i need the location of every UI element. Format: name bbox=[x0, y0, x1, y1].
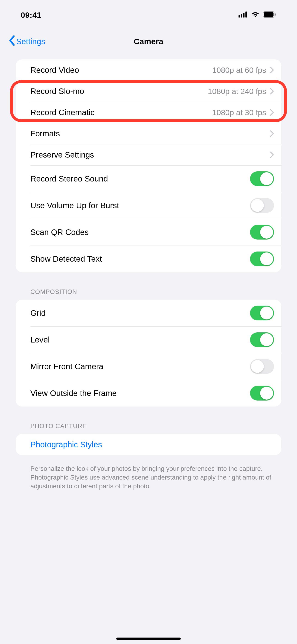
row-label: Preserve Settings bbox=[30, 150, 270, 160]
wifi-icon bbox=[251, 11, 260, 19]
battery-icon bbox=[263, 11, 276, 19]
row-label: Photographic Styles bbox=[30, 440, 274, 449]
chevron-right-icon bbox=[270, 151, 274, 158]
row-label: Grid bbox=[30, 308, 250, 318]
row-detail: 1080p at 240 fps bbox=[208, 87, 266, 96]
chevron-right-icon bbox=[270, 130, 274, 137]
settings-group-photo-capture: Photographic Styles bbox=[16, 434, 281, 455]
row-record-stereo-sound: Record Stereo Sound bbox=[16, 166, 281, 192]
nav-bar: Settings Camera bbox=[0, 30, 297, 53]
row-record-video[interactable]: Record Video 1080p at 60 fps bbox=[16, 60, 281, 80]
row-label: Record Stereo Sound bbox=[30, 174, 250, 183]
row-detail: 1080p at 60 fps bbox=[212, 66, 266, 75]
group-header-composition: COMPOSITION bbox=[16, 288, 281, 300]
row-label: Use Volume Up for Burst bbox=[30, 201, 250, 210]
row-grid: Grid bbox=[16, 300, 281, 326]
row-label: Record Slo-mo bbox=[30, 86, 208, 96]
row-mirror-front-camera: Mirror Front Camera bbox=[16, 353, 281, 380]
row-scan-qr-codes: Scan QR Codes bbox=[16, 219, 281, 246]
chevron-left-icon bbox=[9, 36, 15, 48]
row-level: Level bbox=[16, 326, 281, 353]
svg-rect-1 bbox=[241, 14, 242, 18]
row-label: Record Cinematic bbox=[30, 108, 212, 117]
toggle-level[interactable] bbox=[250, 332, 274, 347]
row-show-detected-text: Show Detected Text bbox=[16, 246, 281, 272]
chevron-right-icon bbox=[270, 88, 274, 95]
chevron-right-icon bbox=[270, 109, 274, 116]
group-header-photo-capture: PHOTO CAPTURE bbox=[16, 423, 281, 434]
toggle-record-stereo-sound[interactable] bbox=[250, 171, 274, 186]
chevron-right-icon bbox=[270, 66, 274, 74]
toggle-view-outside-frame[interactable] bbox=[250, 386, 274, 400]
settings-group-main: Record Video 1080p at 60 fps Record Slo-… bbox=[16, 60, 281, 272]
row-volume-up-burst: Use Volume Up for Burst bbox=[16, 192, 281, 219]
toggle-grid[interactable] bbox=[250, 306, 274, 320]
row-view-outside-frame: View Outside the Frame bbox=[16, 380, 281, 406]
svg-rect-0 bbox=[238, 15, 240, 18]
toggle-show-detected-text[interactable] bbox=[250, 252, 274, 266]
row-label: Show Detected Text bbox=[30, 254, 250, 264]
svg-rect-2 bbox=[243, 13, 244, 18]
status-icons bbox=[238, 11, 276, 19]
row-label: Scan QR Codes bbox=[30, 228, 250, 237]
row-label: View Outside the Frame bbox=[30, 388, 250, 398]
row-formats[interactable]: Formats bbox=[16, 123, 281, 144]
cellular-icon bbox=[238, 12, 248, 18]
group-footer-photo-capture: Personalize the look of your photos by b… bbox=[16, 460, 281, 490]
toggle-volume-up-burst[interactable] bbox=[250, 198, 274, 213]
row-record-slomo[interactable]: Record Slo-mo 1080p at 240 fps bbox=[16, 80, 281, 102]
svg-rect-3 bbox=[246, 12, 247, 18]
back-button[interactable]: Settings bbox=[9, 36, 45, 48]
home-indicator bbox=[116, 638, 181, 640]
settings-group-composition: Grid Level Mirror Front Camera View Outs… bbox=[16, 300, 281, 406]
row-preserve-settings[interactable]: Preserve Settings bbox=[16, 144, 281, 166]
row-label: Mirror Front Camera bbox=[30, 362, 250, 371]
row-photographic-styles[interactable]: Photographic Styles bbox=[16, 434, 281, 455]
row-detail: 1080p at 30 fps bbox=[212, 108, 266, 117]
row-record-cinematic[interactable]: Record Cinematic 1080p at 30 fps bbox=[16, 102, 281, 123]
svg-rect-5 bbox=[264, 12, 274, 17]
svg-rect-6 bbox=[275, 13, 276, 16]
row-label: Record Video bbox=[30, 66, 212, 75]
toggle-mirror-front-camera[interactable] bbox=[250, 359, 274, 374]
status-bar: 09:41 bbox=[0, 0, 297, 30]
status-time: 09:41 bbox=[21, 10, 41, 20]
back-label: Settings bbox=[16, 37, 45, 46]
page-title: Camera bbox=[134, 37, 163, 46]
row-label: Formats bbox=[30, 129, 270, 138]
toggle-scan-qr-codes[interactable] bbox=[250, 225, 274, 240]
row-label: Level bbox=[30, 335, 250, 344]
